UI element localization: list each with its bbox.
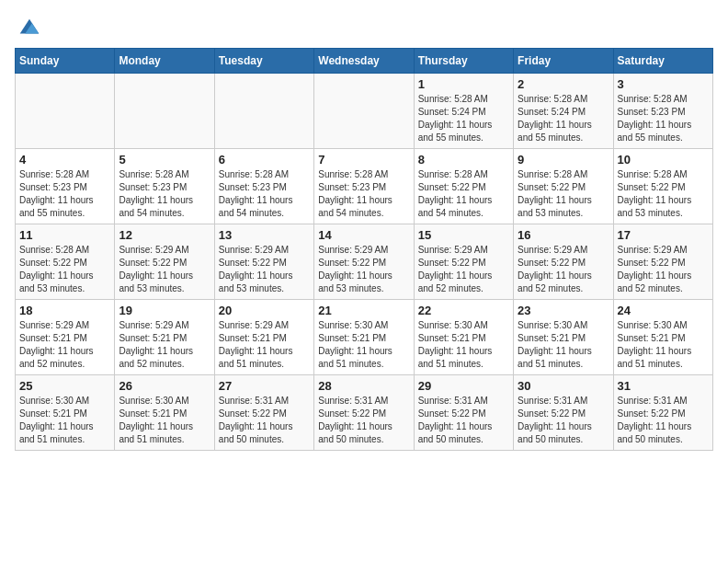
day-info: Sunrise: 5:31 AM Sunset: 5:22 PM Dayligh… <box>418 395 509 446</box>
day-number: 20 <box>219 304 310 317</box>
day-number: 26 <box>119 379 210 393</box>
day-number: 1 <box>418 77 509 91</box>
day-cell: 24Sunrise: 5:30 AM Sunset: 5:21 PM Dayli… <box>613 300 712 375</box>
day-info: Sunrise: 5:28 AM Sunset: 5:22 PM Dayligh… <box>418 168 509 220</box>
day-number: 27 <box>219 379 310 393</box>
day-cell: 2Sunrise: 5:28 AM Sunset: 5:24 PM Daylig… <box>514 74 613 149</box>
day-info: Sunrise: 5:30 AM Sunset: 5:21 PM Dayligh… <box>618 319 709 371</box>
day-info: Sunrise: 5:29 AM Sunset: 5:22 PM Dayligh… <box>518 244 609 295</box>
day-number: 17 <box>618 228 709 242</box>
day-number: 10 <box>618 153 709 167</box>
week-row-3: 11Sunrise: 5:28 AM Sunset: 5:22 PM Dayli… <box>16 224 713 300</box>
day-info: Sunrise: 5:29 AM Sunset: 5:21 PM Dayligh… <box>219 319 310 371</box>
day-cell: 9Sunrise: 5:28 AM Sunset: 5:22 PM Daylig… <box>514 149 613 224</box>
day-cell: 3Sunrise: 5:28 AM Sunset: 5:23 PM Daylig… <box>613 74 712 149</box>
day-number: 18 <box>19 304 110 317</box>
day-cell: 30Sunrise: 5:31 AM Sunset: 5:22 PM Dayli… <box>514 375 613 451</box>
day-info: Sunrise: 5:28 AM Sunset: 5:22 PM Dayligh… <box>19 244 110 295</box>
day-info: Sunrise: 5:30 AM Sunset: 5:21 PM Dayligh… <box>518 319 609 371</box>
day-cell: 27Sunrise: 5:31 AM Sunset: 5:22 PM Dayli… <box>214 375 313 451</box>
day-cell: 10Sunrise: 5:28 AM Sunset: 5:22 PM Dayli… <box>613 149 712 224</box>
day-number: 19 <box>119 304 210 317</box>
week-row-4: 18Sunrise: 5:29 AM Sunset: 5:21 PM Dayli… <box>16 300 713 375</box>
day-number: 14 <box>318 228 409 242</box>
day-number: 12 <box>119 228 210 242</box>
logo <box>15 15 42 40</box>
week-row-1: 1Sunrise: 5:28 AM Sunset: 5:24 PM Daylig… <box>16 74 713 149</box>
day-info: Sunrise: 5:28 AM Sunset: 5:23 PM Dayligh… <box>618 93 709 144</box>
day-number: 25 <box>19 379 110 393</box>
day-number: 28 <box>318 379 409 393</box>
day-number: 11 <box>19 228 110 242</box>
day-cell: 17Sunrise: 5:29 AM Sunset: 5:22 PM Dayli… <box>613 224 712 300</box>
day-number: 29 <box>418 379 509 393</box>
day-info: Sunrise: 5:28 AM Sunset: 5:23 PM Dayligh… <box>318 168 409 220</box>
day-cell: 23Sunrise: 5:30 AM Sunset: 5:21 PM Dayli… <box>514 300 613 375</box>
calendar-table: SundayMondayTuesdayWednesdayThursdayFrid… <box>15 48 713 451</box>
day-info: Sunrise: 5:30 AM Sunset: 5:21 PM Dayligh… <box>418 319 509 371</box>
weekday-header-monday: Monday <box>115 49 214 74</box>
day-cell: 26Sunrise: 5:30 AM Sunset: 5:21 PM Dayli… <box>115 375 214 451</box>
day-info: Sunrise: 5:28 AM Sunset: 5:24 PM Dayligh… <box>518 93 609 144</box>
day-info: Sunrise: 5:30 AM Sunset: 5:21 PM Dayligh… <box>19 395 110 446</box>
day-cell: 15Sunrise: 5:29 AM Sunset: 5:22 PM Dayli… <box>414 224 513 300</box>
day-info: Sunrise: 5:30 AM Sunset: 5:21 PM Dayligh… <box>119 395 210 446</box>
day-info: Sunrise: 5:29 AM Sunset: 5:22 PM Dayligh… <box>219 244 310 295</box>
weekday-header-row: SundayMondayTuesdayWednesdayThursdayFrid… <box>16 49 713 74</box>
day-number: 5 <box>119 153 210 167</box>
day-cell: 22Sunrise: 5:30 AM Sunset: 5:21 PM Dayli… <box>414 300 513 375</box>
day-cell: 12Sunrise: 5:29 AM Sunset: 5:22 PM Dayli… <box>115 224 214 300</box>
day-info: Sunrise: 5:29 AM Sunset: 5:21 PM Dayligh… <box>19 319 110 371</box>
weekday-header-saturday: Saturday <box>613 49 712 74</box>
day-info: Sunrise: 5:31 AM Sunset: 5:22 PM Dayligh… <box>618 395 709 446</box>
day-cell <box>314 74 414 149</box>
day-cell: 11Sunrise: 5:28 AM Sunset: 5:22 PM Dayli… <box>16 224 115 300</box>
day-cell: 4Sunrise: 5:28 AM Sunset: 5:23 PM Daylig… <box>16 149 115 224</box>
weekday-header-thursday: Thursday <box>414 49 513 74</box>
day-number: 7 <box>318 153 409 167</box>
day-cell: 16Sunrise: 5:29 AM Sunset: 5:22 PM Dayli… <box>514 224 613 300</box>
day-number: 23 <box>518 304 609 317</box>
day-number: 2 <box>518 77 609 91</box>
day-info: Sunrise: 5:28 AM Sunset: 5:23 PM Dayligh… <box>19 168 110 220</box>
day-number: 24 <box>618 304 709 317</box>
day-cell: 14Sunrise: 5:29 AM Sunset: 5:22 PM Dayli… <box>314 224 414 300</box>
day-number: 4 <box>19 153 110 167</box>
day-info: Sunrise: 5:29 AM Sunset: 5:22 PM Dayligh… <box>418 244 509 295</box>
logo-icon <box>17 15 42 40</box>
day-info: Sunrise: 5:29 AM Sunset: 5:22 PM Dayligh… <box>618 244 709 295</box>
header <box>15 15 713 40</box>
day-info: Sunrise: 5:31 AM Sunset: 5:22 PM Dayligh… <box>518 395 609 446</box>
week-row-5: 25Sunrise: 5:30 AM Sunset: 5:21 PM Dayli… <box>16 375 713 451</box>
day-cell <box>115 74 214 149</box>
day-info: Sunrise: 5:30 AM Sunset: 5:21 PM Dayligh… <box>318 319 409 371</box>
day-number: 21 <box>318 304 409 317</box>
day-number: 13 <box>219 228 310 242</box>
day-info: Sunrise: 5:31 AM Sunset: 5:22 PM Dayligh… <box>219 395 310 446</box>
weekday-header-sunday: Sunday <box>16 49 115 74</box>
weekday-header-tuesday: Tuesday <box>214 49 313 74</box>
day-cell: 18Sunrise: 5:29 AM Sunset: 5:21 PM Dayli… <box>16 300 115 375</box>
day-cell <box>214 74 313 149</box>
day-cell: 13Sunrise: 5:29 AM Sunset: 5:22 PM Dayli… <box>214 224 313 300</box>
day-cell: 28Sunrise: 5:31 AM Sunset: 5:22 PM Dayli… <box>314 375 414 451</box>
day-cell <box>16 74 115 149</box>
day-info: Sunrise: 5:29 AM Sunset: 5:22 PM Dayligh… <box>318 244 409 295</box>
day-cell: 20Sunrise: 5:29 AM Sunset: 5:21 PM Dayli… <box>214 300 313 375</box>
day-number: 3 <box>618 77 709 91</box>
day-cell: 21Sunrise: 5:30 AM Sunset: 5:21 PM Dayli… <box>314 300 414 375</box>
day-number: 16 <box>518 228 609 242</box>
week-row-2: 4Sunrise: 5:28 AM Sunset: 5:23 PM Daylig… <box>16 149 713 224</box>
day-info: Sunrise: 5:28 AM Sunset: 5:23 PM Dayligh… <box>119 168 210 220</box>
day-number: 9 <box>518 153 609 167</box>
day-cell: 6Sunrise: 5:28 AM Sunset: 5:23 PM Daylig… <box>214 149 313 224</box>
day-number: 15 <box>418 228 509 242</box>
day-number: 30 <box>518 379 609 393</box>
day-info: Sunrise: 5:28 AM Sunset: 5:22 PM Dayligh… <box>618 168 709 220</box>
day-number: 31 <box>618 379 709 393</box>
day-cell: 25Sunrise: 5:30 AM Sunset: 5:21 PM Dayli… <box>16 375 115 451</box>
day-cell: 7Sunrise: 5:28 AM Sunset: 5:23 PM Daylig… <box>314 149 414 224</box>
day-cell: 1Sunrise: 5:28 AM Sunset: 5:24 PM Daylig… <box>414 74 513 149</box>
day-info: Sunrise: 5:29 AM Sunset: 5:22 PM Dayligh… <box>119 244 210 295</box>
day-number: 8 <box>418 153 509 167</box>
